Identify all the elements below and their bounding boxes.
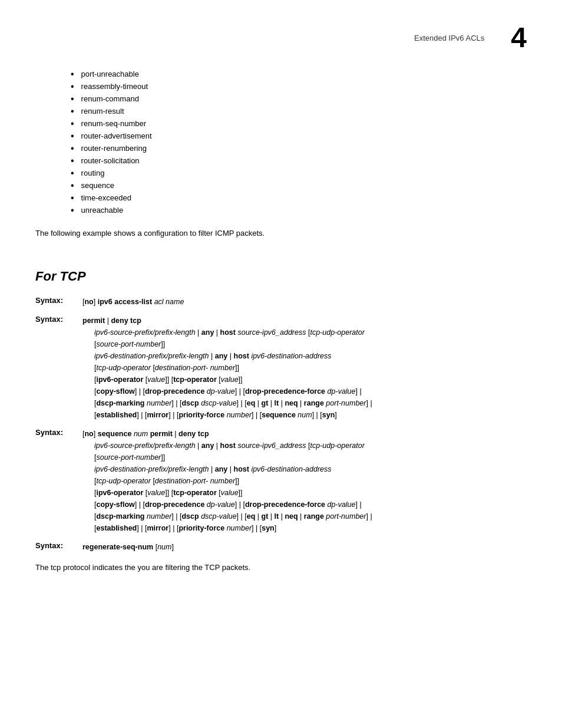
page-header: Extended IPv6 ACLs 4 <box>35 24 527 52</box>
syntax2-line5: [tcp-udp-operator [destination-port- num… <box>82 362 372 374</box>
bullet-list: port-unreachable reassembly-timeout renu… <box>71 70 527 216</box>
syntax3-line4: ipv6-destination-prefix/prefix-length | … <box>82 463 372 475</box>
syntax-label-1: Syntax: <box>35 296 77 305</box>
syntax3-line5: [tcp-udp-operator [destination-port- num… <box>82 475 372 487</box>
syntax2-line2: ipv6-source-prefix/prefix-length | any |… <box>82 327 372 338</box>
list-item: routing <box>71 169 527 179</box>
syntax-row-1: Syntax: [no] ipv6 access-list acl name <box>35 296 527 308</box>
syntax-row-2: Syntax: permit | deny tcp ipv6-source-pr… <box>35 315 527 421</box>
list-item: port-unreachable <box>71 70 527 80</box>
list-item: router-renumbering <box>71 144 527 154</box>
syntax-row-3: Syntax: [no] sequence num permit | deny … <box>35 428 527 534</box>
syntax2-line7: [copy-sflow] | [drop-precedence dp-value… <box>82 386 372 397</box>
syntax2-line6: [ipv6-operator [value]] [tcp-operator [v… <box>82 374 372 386</box>
tcp-description: The tcp protocol indicates the you are f… <box>35 562 527 574</box>
syntax-label-4: Syntax: <box>35 541 77 550</box>
syntax-content-1: [no] ipv6 access-list acl name <box>82 296 184 308</box>
list-item: router-advertisement <box>71 131 527 141</box>
syntax3-line6: [ipv6-operator [value]] [tcp-operator [v… <box>82 487 372 499</box>
list-item: renum-result <box>71 107 527 117</box>
syntax3-line8: [dscp-marking number] | [dscp dscp-value… <box>82 510 372 522</box>
header-right: Extended IPv6 ACLs 4 <box>414 24 527 52</box>
syntax-content-4: regenerate-seq-num [num] <box>82 541 174 553</box>
syntax-content-3: [no] sequence num permit | deny tcp ipv6… <box>82 428 372 534</box>
chapter-number: 4 <box>511 24 527 52</box>
syntax-label-3: Syntax: <box>35 428 77 437</box>
syntax2-line8: [dscp-marking number] | [dscp dscp-value… <box>82 397 372 409</box>
list-item: sequence <box>71 181 527 191</box>
syntax2-line3: [source-port-number]] <box>82 338 372 350</box>
list-item: unreachable <box>71 206 527 216</box>
list-item: renum-seq-number <box>71 119 527 129</box>
example-text: The following example shows a configurat… <box>35 228 527 239</box>
list-item: time-exceeded <box>71 193 527 203</box>
section-title: For TCP <box>35 269 527 284</box>
syntax-content-2: permit | deny tcp ipv6-source-prefix/pre… <box>82 315 372 421</box>
list-item: reassembly-timeout <box>71 82 527 92</box>
syntax2-line9: [established] | [mirror] | [priority-for… <box>82 409 372 421</box>
syntax3-line7: [copy-sflow] | [drop-precedence dp-value… <box>82 499 372 510</box>
syntax1-no: [no] ipv6 access-list acl name <box>82 298 184 306</box>
header-title: Extended IPv6 ACLs <box>414 34 484 42</box>
syntax3-line3: [source-port-number]] <box>82 452 372 463</box>
syntax4-text: regenerate-seq-num [num] <box>82 543 174 551</box>
list-item: router-solicitation <box>71 156 527 166</box>
page-container: Extended IPv6 ACLs 4 port-unreachable re… <box>0 0 562 728</box>
syntax-row-4: Syntax: regenerate-seq-num [num] <box>35 541 527 553</box>
list-item: renum-command <box>71 94 527 104</box>
syntax-label-2: Syntax: <box>35 315 77 324</box>
syntax2-line4: ipv6-destination-prefix/prefix-length | … <box>82 350 372 362</box>
syntax3-line2: ipv6-source-prefix/prefix-length | any |… <box>82 440 372 452</box>
for-tcp-section: For TCP Syntax: [no] ipv6 access-list ac… <box>35 269 527 574</box>
syntax3-line1: [no] sequence num permit | deny tcp <box>82 428 372 440</box>
syntax2-line1: permit | deny tcp <box>82 315 372 327</box>
syntax3-line9: [established] | [mirror] | [priority-for… <box>82 522 372 534</box>
